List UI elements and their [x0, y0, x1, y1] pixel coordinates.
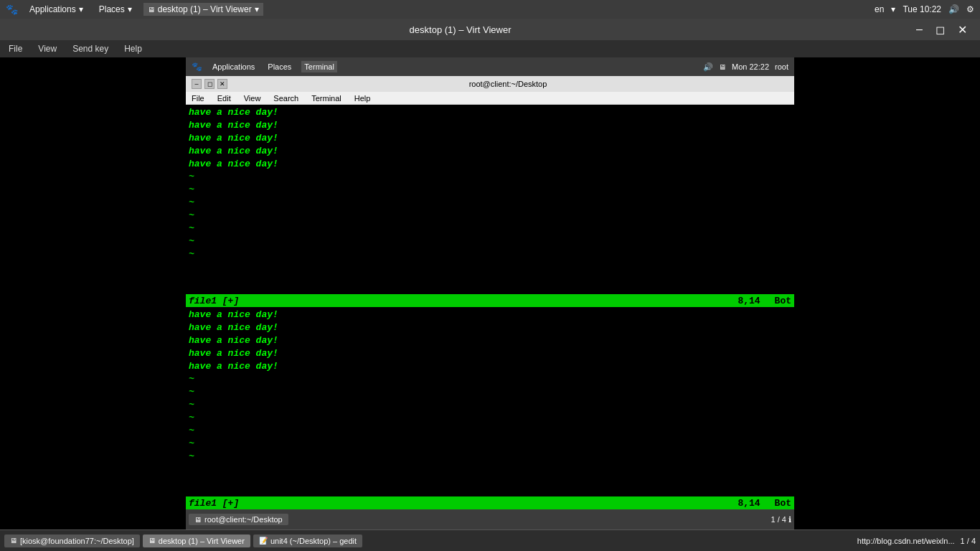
vim-b-line-5: have a nice day! [189, 360, 791, 373]
host-taskbar: 🖥 [kiosk@foundation77:~/Desktop] 🖥 deskt… [0, 529, 980, 551]
vim-tilde-6: ~ [189, 235, 791, 248]
host-topbar-left: 🐾 Applications ▾ Places ▾ 🖥 desktop (1) … [6, 3, 263, 16]
vim-b-tilde-4: ~ [189, 412, 791, 425]
host-taskbar-terminal-icon: 🖥 [10, 537, 17, 545]
host-taskbar-right: http://blog.csdn.net/weixln... 1 / 4 [857, 537, 976, 545]
vim-top-text: have a nice day! have a nice day! have a… [186, 105, 794, 294]
guest-taskbar-terminal[interactable]: 🖥 root@client:~/Desktop [189, 514, 288, 525]
host-taskbar-gedit-label: unit4 (~/Desktop) – gedit [270, 537, 357, 545]
virt-viewer-content: 🐾 Applications Places Terminal 🔊 🖥 Mon 2… [0, 57, 980, 529]
vim-b-tilde-3: ~ [189, 399, 791, 412]
guest-taskbar-info-icon: ℹ [788, 515, 791, 524]
host-active-window-icon: 🖥 [148, 6, 155, 14]
host-places-label: Places [99, 4, 125, 14]
vim-status-top-filename: file1 [+] [189, 296, 239, 306]
vim-line-2: have a nice day! [189, 119, 791, 132]
host-places-menu[interactable]: Places ▾ [95, 3, 136, 16]
terminal-file-menu[interactable]: File [189, 93, 207, 103]
terminal-edit-menu[interactable]: Edit [215, 93, 234, 103]
guest-taskbar: 🖥 root@client:~/Desktop 1 / 4 ℹ [186, 509, 794, 529]
virt-viewer-view-menu[interactable]: View [35, 42, 60, 55]
guest-taskbar-pager: 1 / 4 [771, 515, 786, 524]
terminal-minimize-btn[interactable]: – [192, 79, 202, 89]
terminal-close-btn[interactable]: ✕ [217, 79, 227, 89]
vim-status-bottom-scroll: Bot [775, 498, 791, 509]
vim-line-4: have a nice day! [189, 145, 791, 158]
vim-b-line-4: have a nice day! [189, 347, 791, 360]
vim-statusbar-top: file1 [+] 8,14 Bot [186, 294, 794, 307]
virt-viewer-titlebar: desktop (1) – Virt Viewer – ◻ ✕ [0, 19, 980, 40]
guest-taskbar-terminal-label: root@client:~/Desktop [204, 515, 283, 524]
host-applications-label: Applications [29, 4, 76, 14]
vim-status-bottom-position: 8,14 [738, 498, 760, 509]
host-volume-icon: 🔊 [948, 4, 959, 14]
vim-b-tilde-7: ~ [189, 451, 791, 463]
guest-places-label: Places [268, 62, 291, 71]
virt-viewer-close-btn[interactable]: ✕ [953, 22, 971, 38]
vim-line-5: have a nice day! [189, 158, 791, 171]
gnome-foot-icon: 🐾 [6, 4, 18, 15]
guest-places-btn[interactable]: Places [265, 61, 294, 72]
host-taskbar-virtviewer-icon: 🖥 [149, 537, 156, 545]
virt-viewer-area: desktop (1) – Virt Viewer – ◻ ✕ File Vie… [0, 19, 980, 529]
guest-topbar-right: 🔊 🖥 Mon 22:22 root [703, 62, 788, 72]
vim-bottom-pane: have a nice day! have a nice day! have a… [186, 307, 794, 509]
guest-terminal-btn[interactable]: Terminal [301, 61, 337, 72]
vim-bottom-text: have a nice day! have a nice day! have a… [186, 307, 794, 496]
host-taskbar-url: http://blog.csdn.net/weixln... [857, 537, 955, 545]
terminal-menubar: File Edit View Search Terminal Help [186, 92, 794, 105]
virt-viewer-window-controls: – ◻ ✕ [912, 22, 971, 38]
vim-b-tilde-5: ~ [189, 425, 791, 438]
vim-line-1: have a nice day! [189, 106, 791, 119]
vim-statusbar-bottom: file1 [+] 8,14 Bot [186, 496, 794, 509]
host-active-window-label: desktop (1) – Virt Viewer [158, 4, 252, 14]
terminal-help-menu[interactable]: Help [352, 93, 374, 103]
host-taskbar-terminal[interactable]: 🖥 [kiosk@foundation77:~/Desktop] [4, 534, 140, 547]
host-time: Tue 10:22 [903, 4, 941, 14]
vim-b-tilde-1: ~ [189, 373, 791, 386]
host-taskbar-gedit-icon: 📝 [259, 537, 268, 545]
guest-applications-btn[interactable]: Applications [209, 61, 258, 72]
host-language-arrow: ▾ [891, 4, 895, 14]
guest-vm-screen: 🐾 Applications Places Terminal 🔊 🖥 Mon 2… [186, 57, 794, 529]
vim-b-line-1: have a nice day! [189, 309, 791, 321]
guest-applications-label: Applications [212, 62, 255, 71]
terminal-title-text: root@client:~/Desktop [227, 80, 788, 88]
vim-content: have a nice day! have a nice day! have a… [186, 105, 794, 509]
host-taskbar-virtviewer[interactable]: 🖥 desktop (1) – Virt Viewer [143, 534, 250, 547]
guest-display-icon: 🖥 [719, 63, 726, 71]
vim-tilde-5: ~ [189, 222, 791, 235]
virt-viewer-title: desktop (1) – Virt Viewer [9, 24, 912, 35]
terminal-title-controls: – ◻ ✕ [192, 79, 227, 89]
host-settings-icon: ⚙ [966, 4, 974, 14]
host-taskbar-gedit[interactable]: 📝 unit4 (~/Desktop) – gedit [253, 534, 362, 547]
virt-viewer-file-menu[interactable]: File [6, 42, 25, 55]
virt-viewer-maximize-btn[interactable]: ◻ [931, 22, 949, 38]
guest-topbar-foot-icon: 🐾 [192, 62, 202, 72]
vim-status-top-scroll: Bot [775, 296, 791, 306]
host-taskbar-terminal-label: [kiosk@foundation77:~/Desktop] [20, 537, 134, 545]
virt-viewer-minimize-btn[interactable]: – [912, 22, 927, 38]
vim-tilde-1: ~ [189, 171, 791, 184]
virt-viewer-sendkey-menu[interactable]: Send key [70, 42, 111, 55]
vim-line-3: have a nice day! [189, 132, 791, 145]
vim-b-line-3: have a nice day! [189, 334, 791, 347]
host-topbar: 🐾 Applications ▾ Places ▾ 🖥 desktop (1) … [0, 0, 980, 19]
virt-viewer-help-menu[interactable]: Help [121, 42, 145, 55]
terminal-maximize-btn[interactable]: ◻ [204, 79, 215, 89]
host-applications-menu[interactable]: Applications ▾ [25, 3, 88, 16]
terminal-terminal-menu[interactable]: Terminal [308, 93, 344, 103]
terminal-view-menu[interactable]: View [241, 93, 264, 103]
host-taskbar-pager: 1 / 4 [961, 537, 976, 545]
vim-tilde-3: ~ [189, 197, 791, 209]
vim-tilde-4: ~ [189, 209, 791, 222]
terminal-search-menu[interactable]: Search [270, 93, 301, 103]
vim-tilde-2: ~ [189, 184, 791, 197]
left-black-area [0, 57, 186, 529]
host-taskbar-virtviewer-label: desktop (1) – Virt Viewer [159, 537, 245, 545]
terminal-titlebar: – ◻ ✕ root@client:~/Desktop [186, 76, 794, 92]
vim-status-top-position: 8,14 [738, 296, 760, 306]
vim-top-pane: have a nice day! have a nice day! have a… [186, 105, 794, 307]
vim-b-tilde-2: ~ [189, 386, 791, 399]
host-topbar-right: en ▾ Tue 10:22 🔊 ⚙ [875, 4, 974, 14]
